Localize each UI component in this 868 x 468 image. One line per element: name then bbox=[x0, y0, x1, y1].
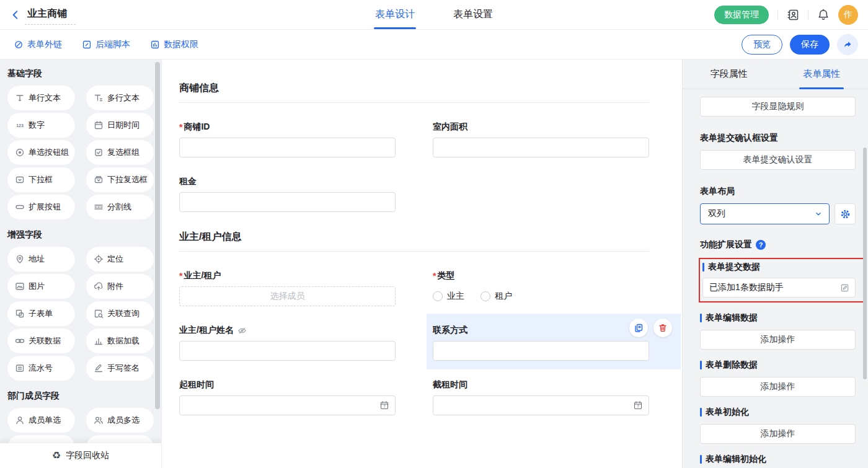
field-label: 起租时间 bbox=[179, 379, 214, 391]
attachment-icon bbox=[94, 281, 104, 291]
radio-icon bbox=[15, 148, 25, 157]
help-question-icon[interactable]: ? bbox=[756, 240, 766, 250]
extension-section-title: 表单删除数据 bbox=[700, 360, 856, 371]
extension-section-title: 表单编辑数据 bbox=[700, 312, 856, 324]
preview-button[interactable]: 预览 bbox=[742, 35, 782, 55]
pill-label: 地址 bbox=[29, 254, 45, 265]
sidebar-field-pill[interactable]: 单行文本 bbox=[7, 86, 75, 110]
multiselect-icon bbox=[94, 175, 104, 185]
sidebar-field-pill[interactable]: 成员多选 bbox=[86, 408, 154, 433]
delete-field-button[interactable] bbox=[653, 319, 672, 337]
sidebar-field-pill[interactable]: 123数字 bbox=[7, 113, 75, 138]
pill-label: 日期时间 bbox=[107, 120, 140, 131]
section-marker bbox=[700, 361, 702, 369]
member-picker-button[interactable]: 选择成员 bbox=[179, 286, 396, 306]
radio-option-owner[interactable]: 业主 bbox=[433, 291, 464, 302]
field-indoor-area[interactable]: 室内面积 bbox=[433, 121, 649, 157]
sidebar-field-pill[interactable]: 下拉框 bbox=[7, 167, 75, 192]
submit-confirm-button[interactable]: 表单提交确认设置 bbox=[700, 150, 856, 170]
radio-option-tenant[interactable]: 租户 bbox=[480, 291, 512, 302]
toolbar-link-1[interactable]: 后端脚本 bbox=[82, 39, 130, 50]
radio-circle-icon bbox=[480, 291, 490, 301]
data-manage-button[interactable]: 数据管理 bbox=[714, 6, 769, 24]
field-shop-id[interactable]: *商铺ID bbox=[179, 121, 396, 157]
sidebar-field-pill[interactable]: 分割线 bbox=[86, 195, 154, 219]
tab-form-settings[interactable]: 表单设置 bbox=[453, 0, 493, 29]
linkdata-icon bbox=[15, 336, 25, 346]
sidebar-field-pill[interactable]: 成员单选 bbox=[7, 408, 75, 433]
sidebar-field-pill[interactable]: 关联查询 bbox=[86, 301, 154, 326]
svg-text:7: 7 bbox=[637, 404, 639, 408]
required-asterisk: * bbox=[433, 271, 436, 281]
sidebar-field-pill[interactable]: 日期时间 bbox=[86, 113, 154, 138]
add-operation-button[interactable]: 添加操作 bbox=[700, 424, 856, 444]
shop-id-input[interactable] bbox=[179, 138, 396, 157]
sidebar-field-pill[interactable]: 手写签名 bbox=[86, 356, 154, 381]
contacts-icon[interactable] bbox=[787, 9, 799, 21]
toolbar-link-0[interactable]: 表单外链 bbox=[14, 39, 62, 50]
sidebar-field-pill[interactable]: 多行文本 bbox=[86, 86, 154, 110]
tab-form-design[interactable]: 表单设计 bbox=[375, 0, 415, 29]
contact-input[interactable] bbox=[433, 341, 649, 361]
select-icon bbox=[15, 175, 25, 185]
field-type[interactable]: *类型 业主 租户 bbox=[433, 270, 649, 306]
sidebar-field-pill[interactable]: 地址 bbox=[7, 247, 75, 272]
chevron-left-icon bbox=[10, 9, 21, 20]
field-lease-end[interactable]: 截租时间 7 bbox=[433, 379, 649, 415]
field-label: 租金 bbox=[179, 176, 197, 187]
sidebar-field-pill[interactable]: 附件 bbox=[86, 274, 154, 299]
panel-scrollbar[interactable] bbox=[863, 148, 867, 379]
sidebar-field-pill[interactable]: 子表单 bbox=[7, 301, 75, 326]
field-lease-start[interactable]: 起租时间 7 bbox=[179, 379, 396, 415]
add-operation-button[interactable]: 添加操作 bbox=[700, 377, 856, 397]
script-icon bbox=[82, 40, 92, 50]
eye-off-icon bbox=[237, 326, 247, 335]
layout-settings-button[interactable] bbox=[835, 203, 856, 224]
field-label: 业主/租户姓名 bbox=[179, 325, 234, 336]
field-contact-selected[interactable]: 联系方式 bbox=[433, 325, 649, 361]
sidebar-field-pill[interactable]: 流水号 bbox=[7, 356, 75, 381]
owner-name-input[interactable] bbox=[179, 341, 396, 361]
avatar[interactable]: 作 bbox=[838, 5, 858, 25]
field-recycle-bin[interactable]: ♻ 字段回收站 bbox=[0, 443, 161, 468]
tab-form-properties[interactable]: 表单属性 bbox=[776, 60, 868, 89]
sidebar-field-pill[interactable]: 扩展按钮 bbox=[7, 195, 75, 219]
sidebar-field-pill[interactable]: 下拉复选框 bbox=[86, 167, 154, 192]
sidebar-field-pill[interactable]: 数据加载 bbox=[86, 329, 154, 353]
sidebar-field-pill[interactable]: 图片 bbox=[7, 274, 75, 299]
save-button[interactable]: 保存 bbox=[790, 35, 830, 55]
tab-field-properties[interactable]: 字段属性 bbox=[683, 60, 776, 89]
bell-icon[interactable] bbox=[817, 9, 830, 21]
pill-label: 扩展按钮 bbox=[29, 201, 61, 213]
add-operation-button[interactable]: 添加操作 bbox=[700, 330, 856, 350]
field-label: 室内面积 bbox=[433, 121, 467, 133]
sidebar-field-pill[interactable]: 单选按钮组 bbox=[7, 140, 75, 165]
extension-section-title: 表单初始化 bbox=[700, 407, 856, 418]
sidebar-field-pill[interactable]: 复选框组 bbox=[86, 140, 154, 165]
toolbar-link-2[interactable]: 数据权限 bbox=[150, 39, 198, 50]
indoor-area-input[interactable] bbox=[433, 138, 649, 157]
rent-input[interactable] bbox=[179, 192, 396, 212]
layout-select[interactable]: 双列 bbox=[700, 203, 830, 224]
submit-data-value[interactable]: 已添加1条数据助手 bbox=[702, 278, 856, 298]
edit-icon[interactable] bbox=[840, 283, 849, 293]
copy-field-button[interactable] bbox=[629, 319, 648, 337]
field-owner[interactable]: *业主/租户 选择成员 bbox=[179, 270, 396, 306]
field-visibility-rule-button[interactable]: 字段显隐规则 bbox=[700, 97, 856, 117]
extension-section-0: 表单编辑数据添加操作 bbox=[700, 312, 856, 350]
lease-start-input[interactable]: 7 bbox=[179, 395, 396, 415]
toolbar-links: 表单外链后端脚本数据权限 bbox=[14, 39, 198, 50]
field-owner-name[interactable]: 业主/租户姓名 bbox=[179, 325, 396, 361]
field-rent[interactable]: 租金 bbox=[179, 176, 396, 212]
back-button[interactable] bbox=[10, 9, 21, 20]
sidebar-field-pill[interactable]: 关联数据 bbox=[7, 329, 75, 353]
submit-data-label: 表单提交数据 bbox=[708, 262, 760, 273]
required-asterisk: * bbox=[179, 271, 182, 281]
page-title[interactable]: 业主商铺 bbox=[26, 7, 71, 25]
sidebar-scrollbar[interactable] bbox=[155, 62, 160, 409]
sidebar-field-pill[interactable]: 定位 bbox=[86, 247, 154, 272]
app-root: 业主商铺 表单设计 表单设置 数据管理 作 表单外链后端脚本数据权限 预览 保存… bbox=[0, 0, 868, 468]
submit-data-value-text: 已添加1条数据助手 bbox=[709, 282, 784, 293]
lease-end-input[interactable]: 7 bbox=[433, 395, 649, 415]
share-button[interactable] bbox=[837, 34, 858, 55]
